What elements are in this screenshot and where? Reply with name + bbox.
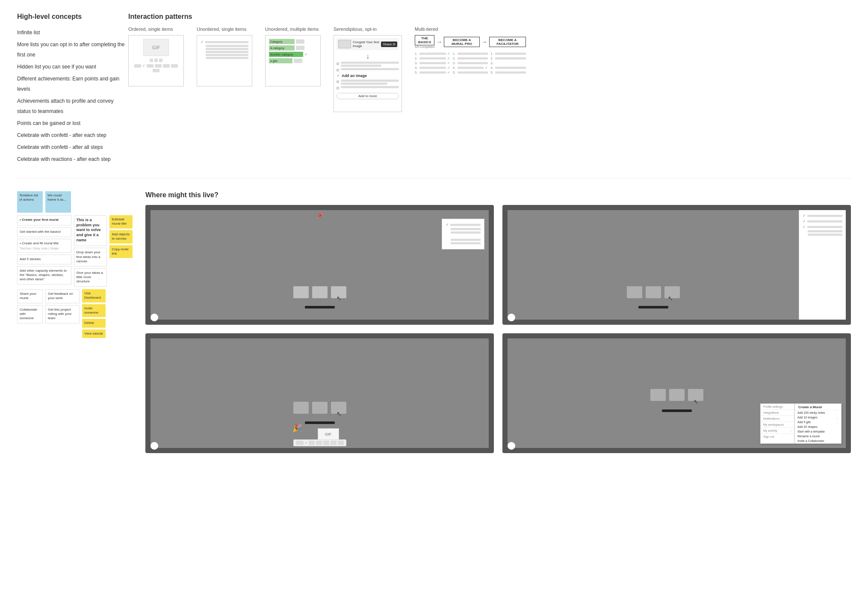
seren-header: Congrat Your first image Share it! — [337, 38, 399, 50]
sticky-note-white: Get started with the basics! — [17, 227, 71, 237]
sticky-note-white: Get feedback on your work — [45, 289, 80, 303]
interaction-patterns-title: Interaction patterns — [128, 13, 851, 21]
concept-item: Points can be gained or lost — [17, 117, 128, 129]
tier-col-2: 1. 2. 3. 4.✓ 5. — [453, 51, 488, 75]
tier3-label: BECOME A FACILITATOR — [489, 37, 526, 47]
step-line — [341, 68, 399, 70]
gif-badge: GIF — [318, 428, 339, 440]
high-level-title: High-level concepts — [17, 13, 128, 21]
thumbnail — [293, 402, 309, 414]
progress-bar — [638, 306, 668, 308]
pattern-serendipitous: Serendipitous, opt-in Congrat Your first… — [334, 27, 402, 112]
list-line — [206, 57, 248, 59]
thumbnail — [293, 286, 309, 298]
pattern-label-unordered-multiple: Unordered, multiple items — [265, 27, 319, 32]
add-image-row: ✓ Add an image — [337, 73, 399, 78]
concept-item: Celebrate with confetti - after all step… — [17, 141, 128, 153]
tier-row: 5. — [490, 71, 526, 74]
concept-item: Different achievements: Earn points and … — [17, 73, 128, 95]
interaction-patterns-section: Interaction patterns Ordered, single ite… — [128, 13, 851, 112]
sticky-note-yellow: Visit Dashboard — [82, 289, 106, 302]
pattern-label-multi-tiered: Multi-tiered — [415, 27, 438, 32]
toolbar-strip[interactable]: ✓ — [293, 439, 346, 446]
screen-mockup-3: ↖ 🎉 GIF ✓ — [145, 333, 494, 453]
tier-header: THE BASICS 6/6 Completed → BECOME A MURA… — [415, 35, 526, 48]
check-row — [201, 57, 248, 59]
step-dot — [337, 80, 339, 83]
thumbnail — [312, 286, 328, 298]
serendipitous-box: Congrat Your first image Share it! ↓ — [334, 35, 402, 112]
tier-row: 3. — [453, 61, 488, 65]
sticky-note-blue: We could frame it as... — [45, 191, 71, 213]
sticky-note-white: Add 5 stickies — [17, 255, 71, 264]
concept-item: Celebrate with reactions - after each st… — [17, 153, 128, 165]
concept-list: Infinite list More lists you can opt in … — [17, 27, 128, 165]
sticky-note-yellow: View tutorial — [82, 329, 106, 338]
tier-row: 3. — [490, 61, 526, 65]
pattern-box-unordered-multiple: Category A category Another category ✓ — [265, 35, 321, 86]
list-line — [206, 45, 248, 47]
step-dot — [337, 62, 339, 65]
concept-item: Achievements attach to profile and conve… — [17, 95, 128, 117]
concept-item: Celebrate with confetti - after each ste… — [17, 129, 128, 141]
pattern-label-unordered-single: Unordered, single items — [197, 27, 246, 32]
sticky-note-white: Share your mural — [17, 289, 43, 303]
tier-row: 4.✓ — [453, 66, 488, 70]
multi-tiered-box: THE BASICS 6/6 Completed → BECOME A MURA… — [415, 35, 526, 75]
add-more-button[interactable]: Add to more — [337, 93, 399, 99]
sidebar-checklist: ✓ ✓ ✓ — [799, 210, 846, 320]
step-line — [341, 65, 381, 67]
sticky-note-white: Give your ideas a little more structure — [74, 268, 107, 287]
sticky-notes-area: Tentative list of actions We could frame… — [17, 191, 133, 453]
tier-row: 5.✓ — [415, 71, 450, 74]
step-line — [341, 62, 399, 64]
pattern-unordered-single: Unordered, single items ✓ — [197, 27, 252, 86]
profile-menu: Profile settings Integrations Notificati… — [760, 403, 794, 444]
screen-mockup-1: 📌 ✓ — [145, 205, 494, 325]
patterns-row: Ordered, single items GIF ✓ — [128, 27, 851, 112]
gif-placeholder: GIF — [143, 39, 169, 56]
tier-row: 3.✓ — [415, 61, 450, 65]
category-bar-full: Another category — [269, 52, 303, 57]
tier-row: 1.✓ — [415, 52, 450, 56]
nav-circle — [151, 442, 158, 450]
sticky-note-yellow: Edit/add mural title — [109, 215, 133, 228]
thumbnail — [650, 389, 666, 401]
pattern-multi-tiered: Multi-tiered THE BASICS 6/6 Completed → … — [415, 27, 526, 75]
list-line — [206, 48, 248, 50]
tier2-label: BECOME A MURAL PRO — [444, 37, 480, 47]
progress-bar — [662, 409, 692, 412]
check-row — [201, 54, 248, 56]
right-panel: Interaction patterns Ordered, single ite… — [128, 13, 851, 165]
where-grid: 📌 ✓ — [145, 205, 851, 453]
sticky-note-white: • Create and fill mural title Test box |… — [17, 239, 71, 253]
pattern-ordered-single: Ordered, single items GIF ✓ — [128, 27, 184, 86]
seren-image — [338, 40, 351, 48]
check-row — [201, 51, 248, 53]
tier-col-3: 1. 2. 3. 4. 5. — [490, 51, 526, 75]
list-line — [205, 41, 248, 43]
cursor-icon: ↖ — [337, 295, 342, 302]
category-bar: Category — [269, 39, 295, 44]
screen-mockup-4: ↖ Profile settings Integrations Notifica… — [502, 333, 851, 453]
pattern-box-ordered: GIF ✓ — [128, 35, 184, 86]
pattern-box-unordered-single: ✓ — [197, 35, 252, 86]
tier1-sub: 6/6 Completed — [415, 45, 434, 48]
tier-row: 4.✓ — [415, 66, 450, 70]
category-bar: a gifs — [269, 58, 292, 63]
concept-item: More lists you can opt in to after compl… — [17, 39, 128, 61]
cursor-icon: ↖ — [694, 398, 699, 405]
mockup-inner-dark: 📌 ✓ — [151, 210, 489, 320]
nav-circle — [151, 314, 158, 321]
step-line — [341, 83, 387, 85]
step-line — [341, 80, 399, 82]
concept-item: Hidden list you can see if you want — [17, 61, 128, 73]
pattern-label-serendipitous: Serendipitous, opt-in — [334, 27, 377, 32]
tier-columns: 1.✓ 2.✓ 3.✓ 4.✓ 5.✓ 1. 2. 3. 4.✓ — [415, 51, 526, 75]
left-panel: High-level concepts Infinite list More l… — [17, 13, 128, 165]
step-dot — [337, 87, 339, 89]
seren-share-button[interactable]: Share it! — [381, 42, 397, 47]
tier-row: 2. — [453, 56, 488, 60]
seren-step — [337, 68, 399, 71]
check-icon: ✓ — [337, 73, 340, 78]
